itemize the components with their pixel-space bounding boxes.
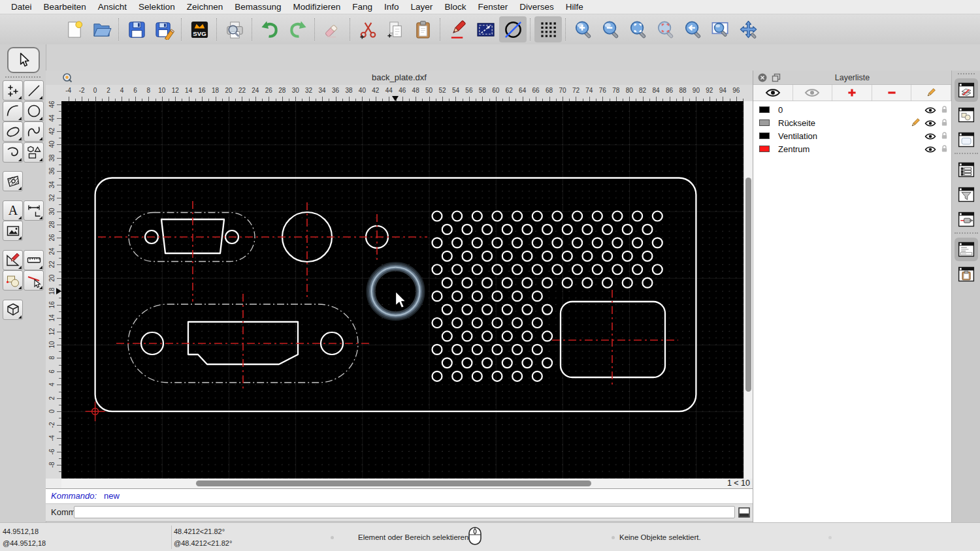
horizontal-scrollbar-thumb[interactable] [196,480,591,486]
draft-circle-button[interactable] [499,16,527,42]
menu-layer[interactable]: Layer [405,0,439,14]
grid-toggle-button[interactable] [534,16,562,42]
command-line-panel-button[interactable] [955,238,978,261]
save-as-button[interactable] [150,16,178,42]
layer-color-swatch[interactable] [759,133,770,139]
cad-vent-hole [462,358,472,368]
show-all-layers-button[interactable] [753,85,793,101]
menu-bemassung[interactable]: Bemassung [229,0,287,14]
menu-bearbeiten[interactable]: Bearbeiten [38,0,92,14]
tool-arc-button[interactable] [3,101,23,121]
vertical-scrollbar-thumb[interactable] [745,178,751,392]
command-window-icon[interactable] [738,507,750,518]
delete-button[interactable] [319,16,346,42]
tool-dimension-button[interactable] [24,200,44,221]
layer-row[interactable]: 0 [753,103,951,116]
new-file-button[interactable] [60,16,88,42]
zoom-in-button[interactable] [570,16,597,42]
cut-button[interactable] [354,16,382,42]
hide-all-layers-button[interactable] [793,85,833,101]
layer-visibility-icon[interactable] [924,131,936,140]
redo-button[interactable] [284,16,311,42]
menu-zeichnen[interactable]: Zeichnen [181,0,229,14]
tool-measure-button[interactable] [24,250,44,270]
layer-lock-icon[interactable] [940,118,949,127]
menu-diverses[interactable]: Diverses [514,0,560,14]
select-tool-button[interactable] [7,47,40,73]
property-editor-panel-button[interactable] [955,158,978,181]
tool-blocks-button[interactable] [3,270,23,291]
dock-drag-handle[interactable] [958,73,975,74]
menu-block[interactable]: Block [438,0,472,14]
export-svg-button[interactable]: SVG [186,16,213,42]
zoom-previous-button[interactable] [679,16,707,42]
tool-image-button[interactable] [3,221,23,241]
menu-hilfe[interactable]: Hilfe [560,0,589,14]
add-layer-button[interactable] [832,85,872,101]
cad-vent-hole [642,225,652,234]
drawing-canvas[interactable] [61,101,743,479]
menu-selektion[interactable]: Selektion [133,0,181,14]
layer-row[interactable]: Zentrum [753,142,951,155]
cad-vent-hole [582,225,592,234]
layer-lock-icon[interactable] [940,144,949,153]
layer-visibility-icon[interactable] [924,118,936,127]
cad-vent-hole [492,318,502,328]
tool-select-tools-button[interactable] [24,270,44,291]
layer-visibility-icon[interactable] [924,144,936,153]
layer-row[interactable]: Rückseite [753,116,951,129]
tool-shapes-button[interactable] [24,142,44,163]
tool-text-button[interactable]: A [3,200,23,221]
tool-polyline-button[interactable] [3,142,23,163]
view-list-panel-button[interactable] [955,128,978,151]
tool-spline-button[interactable] [24,121,44,142]
layer-lock-icon[interactable] [940,104,949,114]
tool-ellipse-button[interactable] [3,121,23,142]
selection-filter-panel-button[interactable] [955,183,978,206]
block-list-panel-button[interactable] [955,103,978,127]
menu-fang[interactable]: Fang [346,0,378,14]
layer-lock-icon[interactable] [940,131,949,140]
edit-layer-button[interactable] [911,85,951,101]
zoom-selection-button[interactable] [652,16,679,42]
library-browser-panel-button[interactable] [955,208,978,231]
zoom-out-button[interactable] [597,16,625,42]
menu-ansicht[interactable]: Ansicht [92,0,133,14]
remove-layer-button[interactable] [872,85,912,101]
zoom-window-button[interactable] [707,16,734,42]
copy-button[interactable] [382,16,409,42]
menu-info[interactable]: Info [378,0,405,14]
paste-button[interactable] [409,16,436,42]
tool-circle-button[interactable] [24,101,44,121]
print-preview-button[interactable] [221,16,248,42]
menu-datei[interactable]: Datei [5,0,38,14]
layer-panel-toolbar [753,85,951,101]
horizontal-scrollbar[interactable] [61,479,729,488]
selection-window-button[interactable] [472,16,499,42]
clipboard-panel-panel-button[interactable] [955,262,978,286]
layer-color-swatch[interactable] [759,146,770,152]
menu-modifizieren[interactable]: Modifizieren [287,0,347,14]
command-input[interactable] [74,506,735,518]
layer-color-swatch[interactable] [759,119,770,126]
undo-button[interactable] [256,16,284,42]
tool-modify-button[interactable] [3,250,23,270]
tool-points-button[interactable] [3,80,23,101]
layer-color-swatch[interactable] [759,106,770,113]
save-button[interactable] [123,16,150,42]
status-divider [171,526,172,549]
pan-button[interactable] [734,16,762,42]
open-file-button[interactable] [88,16,115,42]
layer-visibility-icon[interactable] [924,105,936,114]
tool-solid-button[interactable] [3,300,23,320]
layer-row[interactable]: Ventilation [753,129,951,142]
zoom-auto-button[interactable] [625,16,652,42]
ruler-corner-right [743,85,753,101]
menu-fenster[interactable]: Fenster [472,0,514,14]
vertical-scrollbar[interactable] [743,101,753,479]
palette-drag-handle[interactable] [5,76,41,78]
tool-line-button[interactable] [24,80,44,101]
tool-hatch-button[interactable] [3,171,23,191]
draw-pen-button[interactable] [444,16,472,42]
layer-list-panel-button[interactable] [955,78,978,102]
